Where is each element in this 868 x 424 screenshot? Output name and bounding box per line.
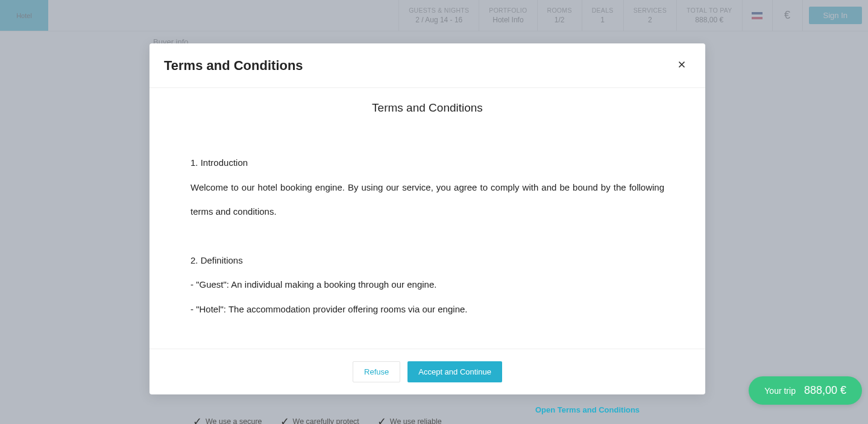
benefit-item: ✓We use reliable: [377, 415, 442, 424]
modal-header: Terms and Conditions: [149, 43, 705, 88]
accept-button[interactable]: Accept and Continue: [407, 361, 502, 382]
section-2-line-1: - "Guest": An individual making a bookin…: [190, 273, 664, 297]
section-1-title: 1. Introduction: [190, 151, 664, 176]
benefit-text: We use a secure: [206, 417, 262, 424]
trip-price: 888,00 €: [804, 384, 846, 397]
benefits-row: ✓We use a secure ✓We carefully protect ✓…: [193, 415, 442, 424]
modal-title: Terms and Conditions: [164, 58, 303, 74]
benefit-item: ✓We use a secure: [193, 415, 262, 424]
trip-summary-pill[interactable]: Your trip 888,00 €: [749, 376, 862, 405]
check-icon: ✓: [193, 415, 202, 424]
terms-modal: Terms and Conditions Terms and Condition…: [149, 43, 705, 394]
benefit-item: ✓We carefully protect: [280, 415, 359, 424]
close-button[interactable]: [674, 57, 690, 74]
terms-content: 1. Introduction Welcome to our hotel boo…: [165, 151, 690, 321]
terms-body-title: Terms and Conditions: [165, 101, 690, 115]
section-2-line-2: - "Hotel": The accommodation provider of…: [190, 297, 664, 322]
check-icon: ✓: [280, 415, 289, 424]
benefit-text: We use reliable: [390, 417, 442, 424]
benefit-text: We carefully protect: [293, 417, 359, 424]
section-gap: [190, 224, 664, 248]
trip-label: Your trip: [764, 386, 796, 396]
section-1-body: Welcome to our hotel booking engine. By …: [190, 176, 664, 224]
modal-body: Terms and Conditions 1. Introduction Wel…: [149, 88, 705, 349]
close-icon: [676, 59, 687, 70]
modal-footer: Refuse Accept and Continue: [149, 349, 705, 394]
check-icon: ✓: [377, 415, 386, 424]
refuse-button[interactable]: Refuse: [353, 361, 400, 382]
section-2-title: 2. Definitions: [190, 248, 664, 273]
open-terms-link[interactable]: Open Terms and Conditions: [535, 405, 640, 414]
